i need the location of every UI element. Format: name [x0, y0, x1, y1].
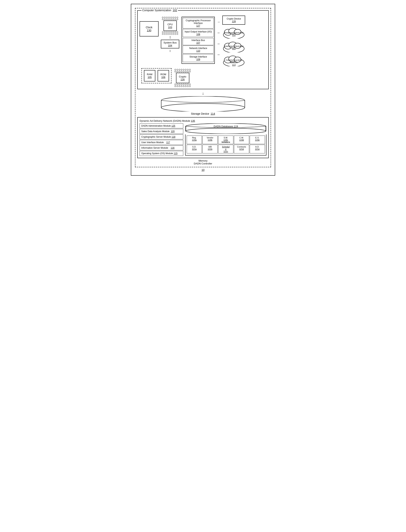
cpu-box: CPU 103 — [164, 21, 177, 31]
crypto-device-box: Crypto Device 128 — [222, 15, 245, 25]
db-cell-ab: A/B 121b — [203, 145, 218, 153]
user-interface-module: User Interface Module 117 — [140, 140, 183, 145]
io-number: 108 — [184, 33, 212, 36]
interface-bus-label: Interface Bus 107 — [183, 38, 214, 45]
cpu-number: 103 — [168, 26, 172, 29]
crypto-proc-iface-box: Cryptographic Processor Interface 127 — [183, 18, 214, 29]
system-bus-number: 104 — [164, 44, 177, 47]
svg-point-21 — [186, 128, 266, 134]
peripheral-devices-cloud: Peripheral Device(s) 112 — [222, 26, 245, 39]
storage-device-visual — [137, 96, 269, 111]
crypto-chip-area: Crypto 126 — [174, 69, 191, 87]
network-iface-label: Network Interface — [184, 47, 212, 50]
ram-box: RAM 105 — [144, 70, 155, 81]
db-cell-vendor: Vendor 119b — [203, 136, 218, 144]
storage-iface-box: Storage Interface 109 — [183, 54, 214, 62]
computer-systemization-box: Computer Systemization 102 Clock 130 — [137, 10, 269, 89]
bus-dots-top — [162, 17, 178, 18]
clock-box: Clock 130 — [140, 21, 159, 36]
dadn-databases-area: DADN Databases 119 Reg. 119a Vendo — [185, 123, 266, 156]
storage-device-area: Storage Device 114 — [137, 96, 269, 115]
os-module: Operating System (OS) Module 115 — [140, 151, 183, 156]
db-row-1: Reg. 119a Vendor 119b S.M. 119c Schedul … — [187, 136, 265, 144]
db-cell-es: E.S. 119e — [250, 136, 265, 144]
db-row-2: S.D. 121a A/B 121b Schedul e 121c — [187, 145, 265, 153]
arrow-connectors: → ↔ ↔ ↔ — [217, 17, 220, 59]
storage-device-label: Storage Device 114 — [137, 112, 269, 115]
clock-label: Clock — [146, 26, 152, 29]
db-cell-reg: Reg. 119a — [187, 136, 202, 144]
cpu-label: CPU — [167, 23, 173, 26]
dadn-admin-module: DADN Administration Module 125 — [140, 123, 183, 128]
info-server-module: Information Server Module 116 — [140, 145, 183, 150]
db-cell-contracts: Contracts 121d — [234, 145, 249, 153]
sysbus-down-arrow: ↕ — [169, 49, 171, 53]
memory-label: Memory — [137, 159, 269, 162]
svg-point-16 — [161, 103, 245, 111]
external-devices-col: Crypto Device 128 Peripheral Device(s) — [222, 15, 245, 66]
interface-bus-col: Cryptographic Processor Interface 127 In… — [181, 17, 215, 64]
crypto-proc-label: Cryptographic Processor Interface — [184, 19, 212, 24]
storage-iface-number: 109 — [184, 58, 212, 61]
page: Computer Systemization 102 Clock 130 — [131, 4, 275, 176]
storage-iface-label: Storage Interface — [184, 55, 212, 58]
dadn-db-body: Reg. 119a Vendor 119b S.M. 119c Schedul … — [185, 134, 266, 156]
db-cell-ad: A.D. 121e — [250, 145, 265, 153]
io-label: Input Output Interface (I/O) — [184, 30, 212, 33]
system-bus-box: System Bus 104 — [161, 40, 179, 48]
dadn-db-drum: DADN Databases 119 — [185, 123, 266, 134]
comms-network-cloud: Communica-tions Network 113 — [222, 54, 245, 66]
db-cell-schedule: Schedul e 121c — [218, 145, 233, 153]
db-cell-sm: S.M. 119c Schedul e — [218, 136, 233, 144]
cpu-to-sysbus-arrow: ↕ — [169, 35, 171, 39]
dadn-module-title: Dynamic Ad Delivery Network (DADN) Modul… — [140, 119, 266, 122]
db-cell-sd: S.D. 121a — [187, 145, 202, 153]
figure-number: 10 — [135, 168, 271, 172]
sales-data-module: Sales Data Analysis Module 120 — [140, 129, 183, 134]
clock-number: 130 — [147, 29, 151, 32]
crypto-server-module: Cryptographic Server Module 118 — [140, 134, 183, 139]
db-cell-cm: C.M. 119d — [234, 136, 249, 144]
io-iface-box: Input Output Interface (I/O) 108 — [183, 29, 214, 37]
rom-box: ROM 106 — [158, 70, 169, 81]
dadn-ctrl-label: DADN Controller — [137, 162, 269, 165]
ram-rom-dashed-box: RAM 105 ROM 106 — [141, 68, 172, 83]
network-iface-box: Network Interface 110 — [183, 46, 214, 54]
cs-title: Computer Systemization 102 — [141, 9, 178, 12]
down-arrow-to-storage: ↓ — [137, 91, 269, 95]
system-bus-label: System Bus — [164, 41, 177, 44]
dadn-module: Dynamic Ad Delivery Network (DADN) Modul… — [137, 117, 269, 158]
crypto-proc-number: 127 — [184, 24, 212, 27]
user-input-devices-cloud: User Input Device(s) 111 — [222, 40, 245, 52]
dadn-content: DADN Administration Module 125 Sales Dat… — [140, 123, 266, 156]
dadn-module-list: DADN Administration Module 125 Sales Dat… — [140, 123, 183, 156]
dadn-db-label: DADN Databases 119 — [185, 125, 266, 128]
network-iface-number: 110 — [184, 50, 212, 52]
crypto-chip-box: Crypto 126 — [176, 73, 189, 83]
